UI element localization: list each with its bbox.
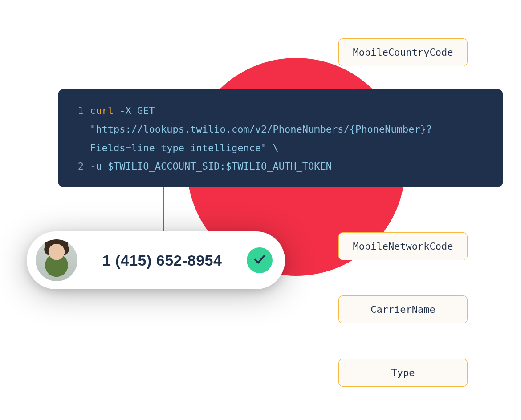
code-text: -u $TWILIO_ACCOUNT_SID:$TWILIO_AUTH_TOKE… <box>90 157 332 176</box>
response-field-chip: Type <box>338 359 468 387</box>
code-text: curl -X GET "https://lookups.twilio.com/… <box>90 101 490 157</box>
code-line: 1curl -X GET "https://lookups.twilio.com… <box>71 101 490 157</box>
chip-label: Type <box>391 367 415 378</box>
code-block: 1curl -X GET "https://lookups.twilio.com… <box>58 89 503 187</box>
phone-pill: 1 (415) 652-8954 <box>27 231 285 289</box>
chip-label: CarrierName <box>370 304 436 315</box>
illustration-stage: 1curl -X GET "https://lookups.twilio.com… <box>0 0 521 420</box>
response-field-chip: MobileCountryCode <box>338 38 468 66</box>
avatar <box>36 239 77 281</box>
check-icon <box>253 253 266 268</box>
response-field-chip: MobileNetworkCode <box>338 232 468 260</box>
response-field-chip: CarrierName <box>338 295 468 323</box>
code-line: 2-u $TWILIO_ACCOUNT_SID:$TWILIO_AUTH_TOK… <box>71 157 490 176</box>
phone-number: 1 (415) 652-8954 <box>77 252 247 269</box>
line-number: 2 <box>71 157 84 176</box>
chip-label: MobileCountryCode <box>353 47 453 58</box>
line-number: 1 <box>71 101 84 120</box>
chip-label: MobileNetworkCode <box>353 241 453 252</box>
valid-check-badge <box>247 247 273 273</box>
